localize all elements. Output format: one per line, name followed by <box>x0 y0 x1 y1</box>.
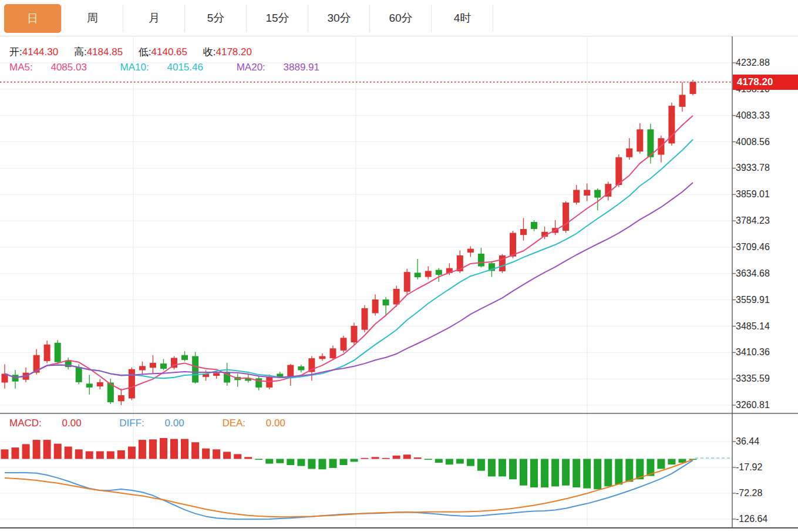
macd-bar-positive <box>213 449 220 459</box>
macd-bar-negative <box>456 459 464 464</box>
price-axis-label: 3410.36 <box>736 346 797 359</box>
candle-up <box>266 377 272 388</box>
macd-bar-negative <box>255 459 262 460</box>
macd-bar-negative <box>499 459 506 477</box>
macd-bar-positive <box>234 454 241 459</box>
ma20-legend: MA20: 3889.91 <box>237 62 335 73</box>
macd-bar-positive <box>54 444 62 459</box>
trading-chart-app: 日 周 月 5分 15分 30分 60分 4时 开:4144.30 高:4184… <box>0 0 798 532</box>
candle-up <box>404 272 410 292</box>
candle-down <box>531 222 537 229</box>
macd-bar-negative <box>329 459 337 468</box>
tab-5min[interactable]: 5分 <box>185 0 247 36</box>
open-value: 4144.30 <box>22 46 58 58</box>
price-axis-label: 3335.59 <box>736 372 797 385</box>
candle-up <box>44 345 50 361</box>
macd-bar-positive <box>372 457 379 459</box>
chart-canvas[interactable] <box>0 0 798 532</box>
price-axis-label: 3559.91 <box>736 294 797 307</box>
candle-up <box>425 271 432 277</box>
price-axis-label: 4008.56 <box>736 136 797 149</box>
candle-down <box>415 272 421 277</box>
macd-bar-negative <box>583 459 591 489</box>
price-axis-label: 3859.01 <box>736 188 797 201</box>
macd-axis-label: 36.44 <box>736 435 797 448</box>
macd-bar-negative <box>562 459 570 486</box>
ma10-legend: MA10: 4015.46 <box>120 62 218 73</box>
candle-up <box>393 289 400 304</box>
tab-monthly[interactable]: 月 <box>123 0 185 36</box>
candle-up <box>626 149 632 157</box>
macd-bar-positive <box>86 452 93 459</box>
macd-bar-negative <box>573 459 580 488</box>
price-axis-label: 4083.33 <box>736 109 797 122</box>
tab-daily[interactable]: 日 <box>0 0 62 36</box>
tab-30min[interactable]: 30分 <box>308 0 370 36</box>
macd-bar-negative <box>265 459 273 464</box>
macd-bar-negative <box>467 459 474 466</box>
macd-axis-label: -72.28 <box>736 487 797 500</box>
candle-up <box>520 229 527 235</box>
candle-up <box>679 95 686 107</box>
candle-up <box>584 190 590 196</box>
macd-bar-positive <box>414 457 422 459</box>
price-axis-label: 3709.46 <box>736 241 797 254</box>
macd-bar-negative <box>530 459 538 488</box>
tab-15min[interactable]: 15分 <box>247 0 308 36</box>
macd-bar-negative <box>477 459 485 471</box>
macd-bar-negative <box>287 459 294 466</box>
candle-down <box>86 383 93 388</box>
macd-bar-positive <box>191 442 199 459</box>
ma5-legend: MA5: 4085.03 <box>9 62 102 73</box>
macd-bar-positive <box>33 440 41 459</box>
ohlc-legend: 开:4144.30 高:4184.85 低:4140.65 收:4178.20 <box>9 45 265 59</box>
macd-axis-label: -17.92 <box>736 461 797 474</box>
price-axis-label: 3634.68 <box>736 267 797 280</box>
close-value: 4178.20 <box>216 46 252 58</box>
macd-bar-positive <box>160 438 167 459</box>
tab-divider <box>493 5 493 32</box>
active-tab-pill: 日 <box>4 4 61 33</box>
candle-up <box>341 338 347 351</box>
macd-bar-positive <box>1 449 9 459</box>
candle-down <box>192 356 198 383</box>
tab-60min[interactable]: 60分 <box>370 0 432 36</box>
macd-bar-negative <box>435 459 443 463</box>
open-label: 开: <box>9 46 22 58</box>
candle-down <box>55 343 61 362</box>
candle-up <box>97 382 103 386</box>
candle-up <box>362 308 368 330</box>
macd-bar-negative <box>520 459 527 486</box>
price-axis-label: 3784.23 <box>736 214 797 227</box>
macd-bar-negative <box>594 459 601 490</box>
macd-bar-negative <box>446 459 453 465</box>
high-value: 4184.85 <box>87 46 123 58</box>
macd-legend: MACD: 0.00 DIFF: 0.00 DEA: 0.00 <box>9 417 321 429</box>
macd-bar-negative <box>541 459 548 488</box>
candle-up <box>150 363 156 368</box>
tab-4hour[interactable]: 4时 <box>432 0 493 36</box>
dea-value: DEA: 0.00 <box>222 417 303 429</box>
candle-down <box>436 270 442 275</box>
macd-bar-positive <box>382 458 390 459</box>
low-label: 低: <box>139 46 151 58</box>
candle-down <box>594 190 601 197</box>
candle-down <box>76 367 82 382</box>
macd-bar-positive <box>43 440 51 459</box>
macd-bar-positive <box>117 450 125 459</box>
macd-axis-label: -126.64 <box>736 513 797 526</box>
macd-value: MACD: 0.00 <box>9 417 99 429</box>
macd-bar-positive <box>22 444 30 459</box>
macd-bar-positive <box>12 447 19 459</box>
macd-bar-positive <box>149 439 157 459</box>
candle-up <box>467 249 474 253</box>
candle-up <box>573 190 580 203</box>
candle-up <box>615 157 622 185</box>
macd-bar-negative <box>615 459 622 485</box>
macd-bar-negative <box>604 459 612 487</box>
macd-bar-positive <box>139 440 146 459</box>
macd-bar-positive <box>75 449 83 459</box>
tab-weekly[interactable]: 周 <box>62 0 123 36</box>
macd-bar-positive <box>170 439 178 459</box>
candle-down <box>160 363 167 369</box>
